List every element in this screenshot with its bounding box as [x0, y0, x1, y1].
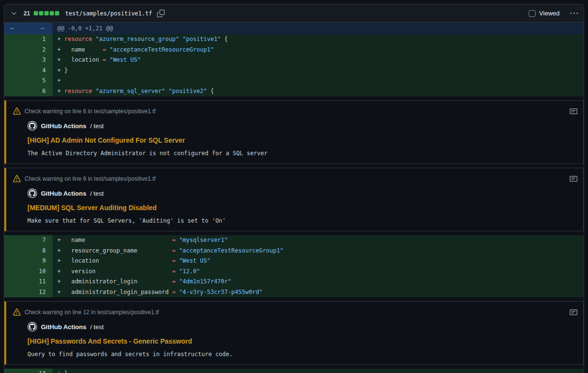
file-name[interactable]: test/samples/positive1.tf: [65, 10, 152, 17]
check-annotation: Check warning on line 6 in test/samples/…: [4, 168, 584, 231]
line-number[interactable]: 2: [4, 45, 52, 55]
code-token: }: [64, 370, 67, 373]
code-line: + name = "mysqlserver1": [52, 235, 584, 246]
diff-line: 11+ administrator_login = "4dm1n157r470r…: [4, 277, 584, 287]
warning-icon: [13, 175, 21, 183]
addition-marker: +: [57, 46, 64, 53]
code-line: + location = "West US": [52, 256, 584, 266]
addition-marker: +: [57, 36, 64, 42]
code-token: resource: [64, 88, 92, 94]
code-line: + version = "12.0": [52, 266, 584, 277]
line-number[interactable]: 7: [4, 235, 52, 246]
line-number[interactable]: 13: [4, 369, 52, 373]
annotation-note-icon: [570, 107, 577, 115]
diff-body: ⋯⋯@@ -0,0 +1,21 @@1+ resource "azurerm_r…: [4, 23, 584, 373]
code-token: =: [172, 257, 175, 264]
annotation-toggle-button[interactable]: [569, 307, 578, 317]
line-number[interactable]: 1: [4, 34, 52, 45]
code-token: {: [221, 36, 228, 42]
code-token: =: [172, 237, 175, 243]
diffstat-addition-block: [34, 11, 38, 15]
annotation-header-text: Check warning on line 6 in test/samples/…: [25, 108, 156, 115]
code-token: name: [64, 46, 102, 53]
copy-icon: [157, 10, 165, 17]
collapse-file-button[interactable]: [9, 9, 19, 18]
diff-line: 9+ location = "West US": [4, 256, 584, 266]
addition-marker: +: [57, 77, 64, 84]
annotation-title: [HIGH] Passwords And Secrets - Generic P…: [6, 332, 583, 345]
check-run-name: / test: [90, 323, 104, 331]
line-number[interactable]: 12: [4, 287, 52, 298]
diff-line: 3+ location = "West US": [4, 55, 584, 66]
code-line: + resource "azurerm_resource_group" "pos…: [52, 34, 584, 45]
kebab-menu-icon: [570, 10, 578, 17]
warning-triangle-icon: [13, 308, 21, 316]
diff-line: 6+ resource "azurerm_sql_server" "positi…: [4, 86, 584, 97]
annotation-source: GitHub Actions/ test: [6, 184, 583, 198]
check-suite-name: GitHub Actions: [41, 323, 86, 331]
file-options-button[interactable]: [569, 9, 579, 18]
github-logo-icon: [27, 322, 37, 332]
file-header: 21 test/samples/positive1.tf Viewed: [4, 4, 584, 23]
code-token: "positive2": [169, 88, 207, 94]
github-logo-icon: [27, 121, 37, 131]
line-number[interactable]: 4: [4, 66, 52, 76]
line-number[interactable]: 9: [4, 256, 52, 266]
code-line: + administrator_login = "4dm1n157r470r": [52, 277, 584, 287]
line-number[interactable]: 10: [4, 266, 52, 277]
annotation-title: [MEDIUM] SQL Server Auditing Disabled: [6, 198, 583, 212]
warning-triangle-icon: [13, 175, 21, 183]
line-number[interactable]: 3: [4, 55, 52, 66]
code-line: + }: [52, 369, 584, 373]
addition-marker: +: [57, 370, 64, 373]
diff-line: 8+ resource_group_name = "acceptanceTest…: [4, 246, 584, 256]
annotation-source: GitHub Actions/ test: [6, 116, 583, 131]
code-token: administrator_login_password: [64, 289, 172, 295]
expand-down-icon[interactable]: ⋯: [41, 23, 45, 34]
annotation-title: [HIGH] AD Admin Not Configured For SQL S…: [6, 131, 583, 144]
addition-marker: +: [57, 67, 64, 74]
warning-triangle-icon: [13, 107, 21, 115]
code-token: administrator_login: [64, 278, 172, 285]
code-token: "West US": [109, 56, 141, 63]
hunk-header: @@ -0,0 +1,21 @@: [52, 23, 584, 34]
check-suite-name: GitHub Actions: [41, 190, 86, 197]
code-token: "12.0": [179, 268, 200, 275]
code-token: [176, 247, 179, 254]
expand-hunk-gutter[interactable]: ⋯⋯: [4, 23, 52, 34]
line-number[interactable]: 11: [4, 277, 52, 287]
github-avatar: [27, 121, 37, 131]
annotation-toggle-button[interactable]: [569, 174, 578, 184]
diff-file-container: 21 test/samples/positive1.tf Viewed ⋯⋯@@…: [4, 4, 584, 373]
code-token: "acceptanceTestResourceGroup1": [109, 46, 214, 53]
annotation-message: The Active Directory Administrator is no…: [6, 144, 583, 157]
expand-up-icon[interactable]: ⋯: [10, 23, 14, 34]
diff-line: 10+ version = "12.0": [4, 266, 584, 277]
code-token: resource_group_name: [64, 247, 172, 254]
annotation-toggle-button[interactable]: [569, 107, 578, 116]
viewed-checkbox[interactable]: [529, 10, 536, 17]
copy-path-button[interactable]: [156, 9, 166, 18]
annotation-note-icon: [570, 175, 577, 183]
line-number[interactable]: 5: [4, 76, 52, 86]
code-line: + name = "acceptanceTestResourceGroup1": [52, 45, 584, 55]
changed-lines-count: 21: [24, 10, 30, 17]
viewed-toggle[interactable]: Viewed: [529, 10, 560, 17]
line-number[interactable]: 8: [4, 246, 52, 256]
code-token: name: [64, 237, 172, 243]
code-line: + }: [52, 66, 584, 76]
check-run-name: / test: [90, 122, 104, 130]
annotation-message: Query to find passwords and secrets in i…: [6, 345, 583, 358]
code-line: + resource "azurerm_sql_server" "positiv…: [52, 86, 584, 97]
diff-line: 4+ }: [4, 66, 584, 76]
code-token: [176, 268, 179, 275]
chevron-down-icon: [10, 10, 18, 17]
code-token: =: [172, 268, 175, 275]
github-logo-icon: [27, 188, 37, 198]
line-number[interactable]: 6: [4, 86, 52, 97]
code-line: + location = "West US": [52, 55, 584, 66]
code-token: =: [172, 278, 175, 285]
addition-marker: +: [57, 237, 64, 243]
code-token: "positive1": [183, 36, 221, 42]
code-token: [176, 289, 179, 295]
